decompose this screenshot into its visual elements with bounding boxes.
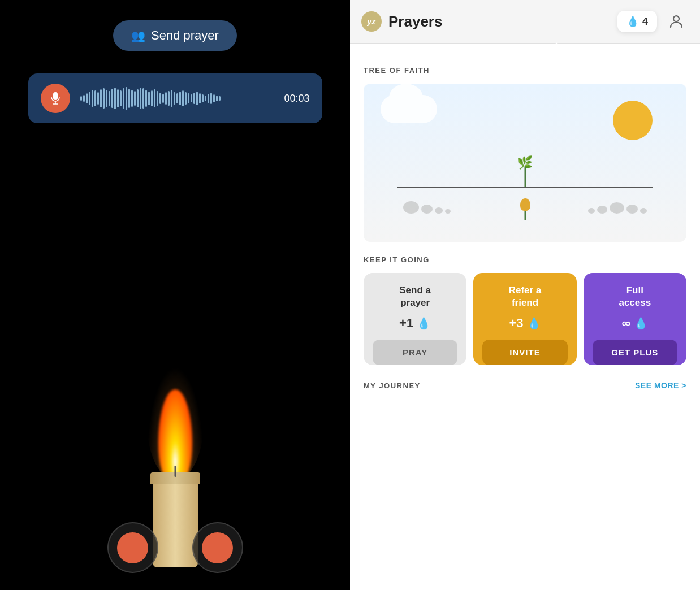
waveform-bar (168, 91, 170, 106)
scene-cloud (381, 95, 437, 123)
waveform-bar (205, 96, 206, 101)
keep-going-section: KEEP IT GOING Send aprayer +1 💧 PRAY Ref… (364, 255, 686, 365)
microphone-icon (49, 92, 62, 105)
pray-button[interactable]: PRAY (373, 340, 457, 365)
waveform-bar (162, 94, 164, 103)
waveform-bar (126, 87, 127, 110)
circle-button-right[interactable] (192, 522, 243, 573)
pray-card-title: Send aprayer (399, 284, 431, 309)
waveform-bar (123, 88, 124, 109)
waveform-bar (140, 88, 141, 109)
waveform-bar (86, 93, 88, 103)
waveform-bar (89, 92, 90, 105)
waveform-bar (188, 93, 189, 103)
waveform-bar (151, 90, 153, 106)
tree-scene: 🌿 (364, 84, 686, 242)
waveform-bar (117, 89, 119, 107)
waveform-bar (83, 95, 85, 102)
circle-button-left[interactable] (107, 522, 158, 573)
action-cards: Send aprayer +1 💧 PRAY Refer afriend +3 … (364, 273, 686, 365)
svg-point-2 (673, 16, 679, 21)
seedling-stem (524, 167, 526, 187)
roots (524, 211, 526, 220)
waveform-bar (208, 94, 209, 103)
pray-card-reward: +1 💧 (399, 316, 431, 331)
underground (520, 198, 530, 211)
refer-card-reward: +3 💧 (509, 316, 541, 331)
waveform-bar (179, 92, 181, 105)
stone (445, 209, 451, 214)
waveform-bar (174, 92, 175, 105)
waveform-bar (171, 90, 172, 107)
waveform-bar (109, 91, 110, 106)
plus-drop-icon: 💧 (634, 316, 648, 330)
refer-card-title: Refer afriend (509, 284, 542, 309)
people-icon: 👥 (131, 29, 145, 42)
plus-card-title: Fullaccess (619, 284, 651, 309)
candle-wick (174, 466, 176, 477)
app-logo: yz (361, 11, 382, 32)
my-journey-section: MY JOURNEY SEE MORE > (364, 381, 686, 394)
right-content: TREE OF FAITH 🌿 (350, 53, 700, 590)
waveform-bar (97, 92, 99, 105)
see-more-link[interactable]: SEE MORE > (635, 381, 686, 390)
ground-line (397, 187, 653, 188)
waveform-bar (131, 90, 133, 107)
send-prayer-label: Send prayer (151, 28, 219, 43)
waveform-bar (165, 92, 167, 105)
circle-inner-left (117, 532, 148, 563)
waveform-bar (134, 91, 136, 106)
waveform-bar (137, 89, 139, 107)
waveform-bar (80, 96, 82, 101)
profile-button[interactable] (664, 9, 689, 34)
bulb (520, 198, 530, 211)
waveform-bar (100, 89, 102, 107)
waveform-bar (196, 92, 198, 105)
stone (597, 206, 607, 214)
stones-right (588, 202, 647, 214)
waveform-bar (94, 90, 96, 106)
app-header: yz Prayers 💧 4 (350, 0, 700, 44)
waveform-bar (92, 90, 93, 107)
waveform-bar (185, 92, 187, 105)
stone (421, 205, 433, 214)
scene-sun (613, 101, 653, 140)
waveform-bar (111, 89, 113, 108)
waveform-bar (210, 93, 212, 104)
waveform-bar (145, 90, 147, 107)
waveform-bar (191, 94, 192, 102)
waveform-bar (114, 88, 116, 109)
plus-reward-value: ∞ (621, 316, 630, 331)
stone (610, 202, 624, 214)
right-panel: yz Prayers 💧 4 TREE OF FAITH (350, 0, 700, 590)
keep-going-label: KEEP IT GOING (364, 255, 686, 264)
send-prayer-button[interactable]: 👥 Send prayer (113, 20, 237, 51)
audio-recorder: 00:03 (28, 73, 322, 123)
waveform (80, 88, 271, 109)
stone (403, 201, 419, 214)
refer-card: Refer afriend +3 💧 INVITE (473, 273, 576, 365)
pray-card: Send aprayer +1 💧 PRAY (364, 273, 466, 365)
waveform-bar (154, 89, 155, 107)
invite-button[interactable]: INVITE (482, 340, 567, 365)
mic-button[interactable] (41, 84, 70, 113)
left-panel: 👥 Send prayer 00:03 (0, 0, 350, 590)
plus-card-reward: ∞ 💧 (621, 316, 648, 331)
waveform-bar (103, 88, 105, 109)
logo-text: yz (368, 17, 376, 26)
bottom-circles (0, 522, 350, 573)
refer-reward-value: +3 (509, 316, 523, 331)
waveform-bar (159, 93, 161, 104)
waveform-bar (176, 93, 178, 103)
drop-count: 4 (642, 16, 648, 28)
audio-timer: 00:03 (282, 93, 310, 105)
circle-inner-right (202, 532, 233, 563)
refer-drop-icon: 💧 (527, 316, 541, 330)
waveform-bar (120, 90, 122, 106)
waveform-bar (128, 89, 130, 108)
pray-drop-icon: 💧 (417, 316, 431, 330)
waveform-bar (148, 92, 150, 105)
drop-badge[interactable]: 💧 4 (617, 11, 657, 32)
pray-reward-value: +1 (399, 316, 413, 331)
get-plus-button[interactable]: GET PLUS (593, 340, 677, 365)
